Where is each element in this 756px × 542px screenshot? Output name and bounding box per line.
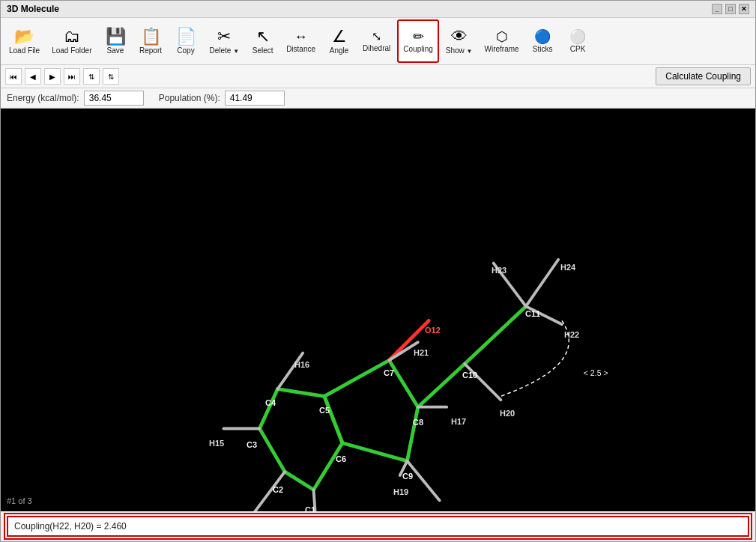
frame-indicator: #1 of 3 bbox=[7, 496, 32, 505]
sticks-icon: 🔵 bbox=[534, 30, 551, 43]
atom-c3: C3 bbox=[247, 440, 257, 449]
svg-line-21 bbox=[465, 364, 501, 400]
atom-h17: H17 bbox=[451, 417, 466, 426]
svg-line-4 bbox=[324, 396, 342, 442]
population-label: Population (%): bbox=[159, 93, 220, 103]
copy-icon: 📄 bbox=[176, 28, 196, 45]
playback-bar: ⏮ ◀ ▶ ⏭ ⇅ ⇅ Calculate Coupling bbox=[1, 65, 755, 88]
distance-label: Distance bbox=[286, 45, 315, 53]
atom-h15: H15 bbox=[209, 439, 224, 448]
svg-line-3 bbox=[277, 389, 324, 397]
save-icon: 💾 bbox=[106, 28, 126, 45]
svg-line-11 bbox=[389, 320, 429, 360]
sticks-label: Sticks bbox=[533, 45, 553, 53]
status-wrapper: Coupling(H22, H20) = 2.460 bbox=[4, 513, 752, 540]
atom-c8: C8 bbox=[413, 418, 423, 427]
copy-label: Copy bbox=[177, 46, 194, 55]
play-last-button[interactable]: ⏭ bbox=[64, 68, 80, 85]
dihedral-button[interactable]: ⤡ Dihedral bbox=[357, 19, 396, 63]
sticks-button[interactable]: 🔵 Sticks bbox=[526, 19, 560, 63]
load-folder-button[interactable]: 🗂 Load Folder bbox=[46, 19, 97, 63]
distance-button[interactable]: ↔ Distance bbox=[281, 19, 321, 63]
save-button[interactable]: 💾 Save bbox=[99, 19, 133, 63]
coupling-button[interactable]: ✏ Coupling bbox=[397, 19, 438, 63]
molecule-svg: < 2.5 > bbox=[1, 109, 755, 511]
window-title: 3D Molecule bbox=[7, 4, 59, 14]
atom-c5: C5 bbox=[319, 406, 330, 415]
select-button[interactable]: ↖ Select bbox=[246, 19, 279, 63]
wireframe-button[interactable]: ⬡ Wireframe bbox=[479, 19, 524, 63]
select-label: Select bbox=[252, 46, 273, 55]
main-window: 3D Molecule _ □ ✕ 📂 Load File 🗂 Load Fol… bbox=[0, 0, 756, 542]
save-label: Save bbox=[107, 46, 124, 55]
molecule-viewport[interactable]: < 2.5 > C1 C2 C3 C4 C5 C6 C7 C8 C9 C10 C… bbox=[1, 109, 755, 511]
delete-label: Delete ▼ bbox=[210, 46, 240, 55]
energy-label: Energy (kcal/mol): bbox=[7, 93, 79, 103]
svg-line-23 bbox=[526, 306, 562, 324]
angle-icon: ∠ bbox=[332, 28, 347, 45]
svg-line-25 bbox=[526, 260, 558, 306]
atom-c10: C10 bbox=[462, 371, 477, 380]
delete-arrow-icon: ▼ bbox=[233, 48, 239, 55]
population-value: 41.49 bbox=[225, 91, 285, 106]
atom-c1: C1 bbox=[305, 505, 315, 511]
svg-line-0 bbox=[285, 472, 313, 490]
dihedral-icon: ⤡ bbox=[372, 31, 381, 43]
svg-line-24 bbox=[494, 264, 526, 307]
bottom-bar: Coupling(H22, H20) = 2.460 bbox=[1, 511, 755, 541]
svg-line-17 bbox=[277, 353, 303, 389]
svg-line-19 bbox=[407, 461, 439, 501]
window-controls: _ □ ✕ bbox=[712, 4, 749, 14]
angle-button[interactable]: ∠ Angle bbox=[322, 19, 356, 63]
copy-button[interactable]: 📄 Copy bbox=[169, 19, 203, 63]
show-arrow-icon: ▼ bbox=[467, 48, 473, 55]
report-icon: 📋 bbox=[141, 28, 161, 45]
report-button[interactable]: 📋 Report bbox=[134, 19, 168, 63]
atom-c4: C4 bbox=[265, 398, 276, 407]
svg-line-20 bbox=[400, 461, 408, 475]
close-button[interactable]: ✕ bbox=[739, 4, 749, 14]
minimize-button[interactable]: _ bbox=[712, 4, 722, 14]
svg-line-8 bbox=[342, 443, 407, 461]
svg-line-7 bbox=[324, 360, 389, 396]
atom-h20: H20 bbox=[500, 409, 515, 418]
play-prev-button[interactable]: ◀ bbox=[25, 68, 41, 85]
delete-icon: ✂ bbox=[217, 28, 231, 45]
show-button[interactable]: 👁 Show ▼ bbox=[441, 19, 478, 63]
population-field: Population (%): 41.49 bbox=[159, 91, 285, 106]
atom-h24: H24 bbox=[560, 263, 575, 272]
select-icon: ↖ bbox=[256, 28, 270, 45]
filter-button[interactable]: ⇅ bbox=[103, 68, 119, 85]
dihedral-label: Dihedral bbox=[363, 44, 390, 52]
svg-line-9 bbox=[389, 360, 417, 406]
status-bar: Coupling(H22, H20) = 2.460 bbox=[7, 516, 749, 537]
atom-c11: C11 bbox=[525, 309, 540, 318]
svg-line-10 bbox=[407, 407, 417, 461]
maximize-button[interactable]: □ bbox=[725, 4, 736, 14]
atom-c9: C9 bbox=[402, 472, 413, 481]
show-label: Show ▼ bbox=[446, 46, 473, 55]
atom-h23: H23 bbox=[492, 266, 506, 275]
angle-label: Angle bbox=[330, 46, 349, 55]
wireframe-icon: ⬡ bbox=[496, 30, 508, 43]
load-folder-icon: 🗂 bbox=[64, 28, 80, 45]
play-first-button[interactable]: ⏮ bbox=[5, 68, 22, 85]
calculate-coupling-button[interactable]: Calculate Coupling bbox=[656, 67, 751, 85]
energy-field: Energy (kcal/mol): 36.45 bbox=[7, 91, 144, 106]
svg-line-12 bbox=[418, 364, 465, 407]
coupling-result: Coupling(H22, H20) = 2.460 bbox=[14, 521, 127, 532]
atom-c2: C2 bbox=[273, 485, 283, 494]
atom-h21: H21 bbox=[414, 348, 429, 357]
main-toolbar: 📂 Load File 🗂 Load Folder 💾 Save 📋 Repor… bbox=[1, 18, 755, 65]
play-button[interactable]: ▶ bbox=[44, 68, 61, 85]
svg-line-6 bbox=[324, 396, 342, 442]
delete-button[interactable]: ✂ Delete ▼ bbox=[205, 19, 245, 63]
title-bar: 3D Molecule _ □ ✕ bbox=[1, 1, 755, 18]
svg-line-2 bbox=[259, 389, 277, 429]
load-file-button[interactable]: 📂 Load File bbox=[4, 19, 45, 63]
svg-line-13 bbox=[465, 306, 526, 364]
atom-c7: C7 bbox=[384, 368, 394, 377]
sort-button[interactable]: ⇅ bbox=[83, 68, 100, 85]
cpk-button[interactable]: ⚪ CPK bbox=[561, 19, 595, 63]
distance-icon: ↔ bbox=[294, 30, 308, 43]
